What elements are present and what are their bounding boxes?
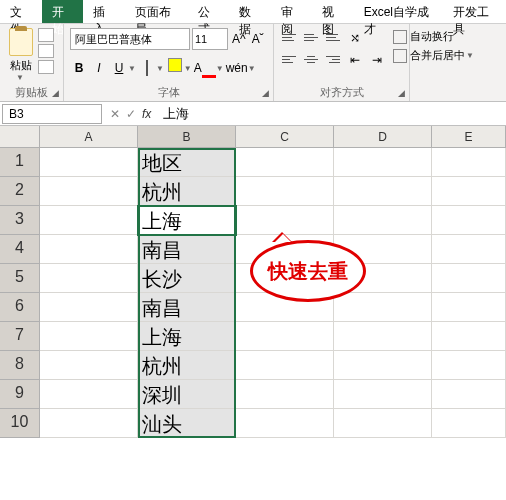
cell-A7[interactable]	[40, 322, 138, 351]
row-header-9[interactable]: 9	[0, 380, 40, 409]
align-middle-button[interactable]	[302, 28, 320, 46]
cell-E9[interactable]	[432, 380, 506, 409]
chevron-down-icon[interactable]: ▼	[184, 64, 192, 73]
row-header-7[interactable]: 7	[0, 322, 40, 351]
chevron-down-icon[interactable]: ▼	[216, 64, 224, 73]
font-color-button[interactable]: A	[194, 58, 216, 78]
tab-file[interactable]: 文件	[0, 0, 42, 23]
align-right-button[interactable]	[324, 50, 342, 68]
cell-B1[interactable]: 地区	[138, 148, 236, 177]
copy-icon[interactable]	[38, 44, 54, 58]
cell-E7[interactable]	[432, 322, 506, 351]
cell-C8[interactable]	[236, 351, 334, 380]
indent-increase-button[interactable]: ⇥	[368, 50, 386, 70]
cell-D8[interactable]	[334, 351, 432, 380]
cell-C2[interactable]	[236, 177, 334, 206]
row-header-3[interactable]: 3	[0, 206, 40, 235]
cell-B8[interactable]: 杭州	[138, 351, 236, 380]
row-header-5[interactable]: 5	[0, 264, 40, 293]
row-header-4[interactable]: 4	[0, 235, 40, 264]
bold-button[interactable]: B	[70, 58, 88, 78]
cell-D1[interactable]	[334, 148, 432, 177]
cell-E1[interactable]	[432, 148, 506, 177]
cut-icon[interactable]	[38, 28, 54, 42]
align-left-button[interactable]	[280, 50, 298, 68]
tab-view[interactable]: 视图	[312, 0, 354, 23]
cell-A3[interactable]	[40, 206, 138, 235]
row-header-1[interactable]: 1	[0, 148, 40, 177]
format-painter-icon[interactable]	[38, 60, 54, 74]
fill-color-button[interactable]	[166, 58, 184, 78]
tab-layout[interactable]: 页面布局	[125, 0, 188, 23]
paste-button[interactable]: 粘贴 ▼	[6, 26, 36, 82]
align-center-button[interactable]	[302, 50, 320, 68]
font-launcher[interactable]: ◢	[259, 87, 271, 99]
formula-bar[interactable]: 上海	[157, 105, 506, 123]
row-header-6[interactable]: 6	[0, 293, 40, 322]
decrease-font-icon[interactable]: A˘	[250, 32, 266, 46]
tab-insert[interactable]: 插入	[83, 0, 125, 23]
cell-C7[interactable]	[236, 322, 334, 351]
cell-B3[interactable]: 上海	[138, 206, 236, 235]
cell-E8[interactable]	[432, 351, 506, 380]
chevron-down-icon[interactable]: ▼	[128, 64, 136, 73]
cell-E4[interactable]	[432, 235, 506, 264]
cell-E6[interactable]	[432, 293, 506, 322]
row-header-8[interactable]: 8	[0, 351, 40, 380]
wrap-text-button[interactable]: 自动换行	[390, 28, 477, 45]
align-bottom-button[interactable]	[324, 28, 342, 46]
cell-D7[interactable]	[334, 322, 432, 351]
phonetic-button[interactable]: wén	[226, 58, 248, 78]
cell-A4[interactable]	[40, 235, 138, 264]
cell-C9[interactable]	[236, 380, 334, 409]
fx-icon[interactable]: fx	[142, 107, 151, 121]
cell-B9[interactable]: 深圳	[138, 380, 236, 409]
font-name-input[interactable]	[70, 28, 190, 50]
column-header-D[interactable]: D	[334, 126, 432, 148]
column-header-A[interactable]: A	[40, 126, 138, 148]
orientation-button[interactable]: ⤭	[346, 28, 364, 48]
tab-custom[interactable]: Excel自学成才	[354, 0, 443, 23]
column-header-C[interactable]: C	[236, 126, 334, 148]
cell-E3[interactable]	[432, 206, 506, 235]
cell-A6[interactable]	[40, 293, 138, 322]
tab-dev[interactable]: 开发工具	[443, 0, 506, 23]
row-header-2[interactable]: 2	[0, 177, 40, 206]
cell-A9[interactable]	[40, 380, 138, 409]
cell-B5[interactable]: 长沙	[138, 264, 236, 293]
cell-E5[interactable]	[432, 264, 506, 293]
select-all-corner[interactable]	[0, 126, 40, 148]
cell-B4[interactable]: 南昌	[138, 235, 236, 264]
merge-center-button[interactable]: 合并后居中▼	[390, 47, 477, 64]
cell-B10[interactable]: 汕头	[138, 409, 236, 438]
cell-D3[interactable]	[334, 206, 432, 235]
cell-D2[interactable]	[334, 177, 432, 206]
cell-D10[interactable]	[334, 409, 432, 438]
cell-C1[interactable]	[236, 148, 334, 177]
column-header-E[interactable]: E	[432, 126, 506, 148]
chevron-down-icon[interactable]: ▼	[248, 64, 256, 73]
align-launcher[interactable]: ◢	[395, 87, 407, 99]
cell-A2[interactable]	[40, 177, 138, 206]
enter-icon[interactable]: ✓	[126, 107, 136, 121]
font-size-input[interactable]	[192, 28, 228, 50]
cell-E10[interactable]	[432, 409, 506, 438]
cell-D9[interactable]	[334, 380, 432, 409]
cell-C10[interactable]	[236, 409, 334, 438]
underline-button[interactable]: U	[110, 58, 128, 78]
cell-A8[interactable]	[40, 351, 138, 380]
italic-button[interactable]: I	[90, 58, 108, 78]
cell-B6[interactable]: 南昌	[138, 293, 236, 322]
cell-B7[interactable]: 上海	[138, 322, 236, 351]
tab-formula[interactable]: 公式	[188, 0, 230, 23]
cell-A1[interactable]	[40, 148, 138, 177]
increase-font-icon[interactable]: A^	[230, 32, 248, 46]
cell-B2[interactable]: 杭州	[138, 177, 236, 206]
cell-E2[interactable]	[432, 177, 506, 206]
chevron-down-icon[interactable]: ▼	[156, 64, 164, 73]
column-header-B[interactable]: B	[138, 126, 236, 148]
cell-A10[interactable]	[40, 409, 138, 438]
cell-A5[interactable]	[40, 264, 138, 293]
indent-decrease-button[interactable]: ⇤	[346, 50, 364, 70]
row-header-10[interactable]: 10	[0, 409, 40, 438]
